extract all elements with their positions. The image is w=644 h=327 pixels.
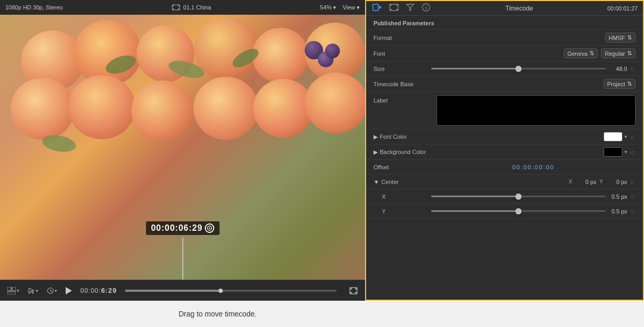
timecode-base-value: Project ⇅ — [431, 79, 636, 89]
y-slider[interactable] — [431, 210, 606, 212]
size-slider[interactable] — [431, 68, 606, 69]
font-name-select[interactable]: Geneva ⇅ — [564, 48, 598, 58]
offset-value[interactable]: 00:00:00:00 — [431, 164, 636, 170]
param-timecode-base: Timecode Base Project ⇅ — [366, 76, 643, 92]
param-size: Size 48.0 ◇ — [366, 62, 643, 76]
svg-marker-11 — [66, 287, 72, 294]
svg-rect-1 — [172, 5, 174, 6]
selection-button[interactable]: ▾ — [26, 286, 40, 295]
inspector-tab-filter[interactable] — [405, 3, 416, 14]
bg-color-value: ▾ ◇ — [431, 147, 636, 157]
x-label: X — [373, 193, 431, 200]
speed-chevron: ▾ — [55, 288, 57, 293]
inspector-tab-video[interactable] — [371, 2, 383, 14]
size-label: Size — [373, 66, 431, 72]
inspector-tab-icons: i — [371, 2, 431, 14]
layout-button[interactable]: ▾ — [5, 286, 22, 295]
label-swatch[interactable] — [437, 95, 636, 126]
view-button[interactable]: View ▾ — [342, 4, 360, 11]
x-slider[interactable] — [431, 196, 606, 197]
progress-fill — [125, 290, 220, 292]
peach-12 — [305, 73, 365, 134]
bg-color-triangle: ▶ — [373, 149, 378, 155]
font-color-keyframe[interactable]: ◇ — [629, 134, 636, 140]
timecode-base-select[interactable]: Project ⇅ — [604, 79, 636, 89]
timecode-overlay[interactable]: 00:00:06:29 — [146, 221, 219, 235]
video-content: 00:00:06:29 — [0, 15, 365, 280]
bg-color-swatch[interactable] — [604, 147, 622, 157]
timecode-cursor — [205, 223, 214, 233]
y-slider-thumb — [515, 208, 522, 214]
font-label: Font — [373, 50, 431, 57]
font-color-value: ▾ ◇ — [431, 132, 636, 141]
timecode-base-stepper: ⇅ — [627, 80, 632, 87]
bg-color-label: ▶Background Color — [373, 149, 431, 156]
peach-11 — [253, 79, 314, 138]
label-value — [431, 95, 636, 126]
format-select[interactable]: HMSF ⇅ — [605, 33, 636, 43]
size-slider-row: 48.0 — [431, 66, 627, 72]
x-slider-row: 0.5 px — [431, 193, 627, 200]
zoom-control[interactable]: 54% ▾ — [320, 4, 336, 11]
size-slider-fill — [431, 68, 518, 69]
param-format: Format HMSF ⇅ — [366, 30, 643, 46]
x-keyframe[interactable]: ◇ — [629, 193, 636, 200]
svg-rect-9 — [7, 292, 16, 294]
size-value: 48.0 ◇ — [431, 66, 636, 72]
transport-bar: ▾ ▾ ▾ 00:00:6:29 — [0, 280, 365, 301]
font-style-select[interactable]: Regular ⇅ — [601, 48, 636, 58]
inspector-topbar: i Timecode 00:00:01:27 — [366, 1, 643, 16]
svg-rect-3 — [172, 8, 174, 10]
font-color-chevron[interactable]: ▾ — [625, 134, 627, 139]
center-x-label: X — [569, 179, 573, 185]
selection-chevron: ▾ — [36, 288, 38, 293]
center-x-value[interactable]: 0 px — [575, 179, 596, 185]
peach-10 — [193, 77, 258, 140]
size-keyframe[interactable]: ◇ — [629, 66, 636, 72]
format-stepper: ⇅ — [627, 34, 632, 41]
peach-9 — [131, 80, 193, 141]
bg-color-keyframe[interactable]: ◇ — [629, 149, 636, 155]
center-y-label: Y — [599, 179, 603, 185]
center-label: ▼Center — [373, 179, 431, 185]
center-xy: X 0 px Y 0 px — [431, 179, 627, 185]
x-slider-thumb — [515, 193, 522, 200]
center-y-value[interactable]: 0 px — [606, 179, 627, 185]
inspector-tab-info[interactable]: i — [421, 2, 431, 14]
peach-7 — [11, 78, 75, 140]
video-frame: 00:00:06:29 — [0, 15, 365, 280]
svg-rect-18 — [390, 9, 391, 11]
zoom-chevron: ▾ — [333, 4, 336, 11]
inspector-panel: i Timecode 00:00:01:27 Published Paramet… — [365, 0, 644, 301]
speed-button[interactable]: ▾ — [45, 286, 59, 295]
offset-label: Offset — [373, 164, 431, 170]
play-button[interactable] — [64, 286, 74, 295]
view-controls: 54% ▾ View ▾ — [320, 4, 360, 11]
layout-chevron: ▾ — [17, 288, 19, 293]
peach-8 — [68, 75, 136, 139]
published-params-header: Published Parameters — [366, 16, 643, 30]
fullscreen-button[interactable] — [347, 286, 360, 295]
svg-rect-2 — [178, 5, 180, 6]
center-keyframe[interactable]: ◇ — [629, 179, 636, 185]
font-color-swatch[interactable] — [604, 132, 622, 141]
font-color-swatch-row: ▾ — [431, 132, 627, 141]
offset-value-container: 00:00:00:00 — [431, 164, 636, 170]
progress-bar[interactable] — [125, 290, 337, 292]
inspector-tab-filmstrip[interactable] — [388, 2, 400, 14]
svg-marker-14 — [379, 5, 381, 9]
x-slider-fill — [431, 196, 518, 197]
bg-color-chevron[interactable]: ▾ — [625, 149, 627, 155]
size-slider-thumb — [515, 66, 522, 72]
bg-color-swatch-row: ▾ — [431, 147, 627, 157]
filmstrip-icon — [172, 4, 180, 11]
y-slider-row: 0.5 px — [431, 208, 627, 214]
zoom-value: 54% — [320, 4, 331, 11]
x-number: 0.5 px — [609, 193, 627, 200]
y-keyframe[interactable]: ◇ — [629, 208, 636, 214]
resolution-label: 1080p HD 30p, Stereo — [5, 4, 63, 11]
svg-point-6 — [209, 228, 210, 229]
font-color-triangle: ▶ — [373, 134, 378, 140]
size-number: 48.0 — [609, 66, 627, 72]
center-triangle: ▼ — [373, 179, 379, 185]
